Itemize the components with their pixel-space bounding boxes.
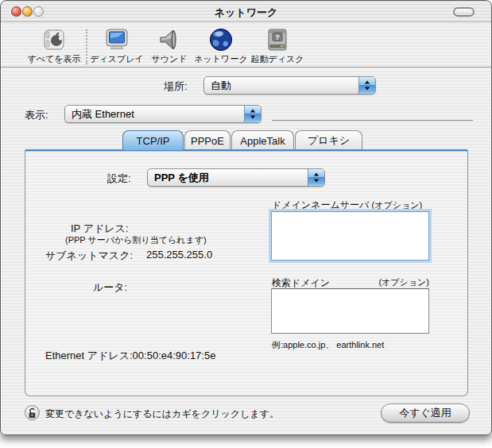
- sound-speaker-icon: [157, 27, 182, 52]
- display-icon: [104, 27, 130, 52]
- subnet-mask-label: サブネットマスク:: [45, 249, 133, 263]
- show-label: 表示:: [25, 108, 48, 122]
- dns-optional-label: (オプション): [372, 200, 423, 210]
- popup-arrows-icon: [308, 169, 324, 186]
- ethernet-address-row: Ethernet アドレス:00:50:e4:90:17:5e: [45, 349, 215, 363]
- show-popup[interactable]: 内蔵 Ethernet: [64, 105, 261, 123]
- tab-tcpip-label: TCP/IP: [137, 135, 170, 147]
- show-popup-value: 内蔵 Ethernet: [65, 106, 244, 122]
- tab-appletalk-label: AppleTalk: [240, 135, 285, 147]
- subnet-mask-value: 255.255.255.0: [146, 249, 212, 261]
- lock-button[interactable]: [25, 405, 40, 420]
- popup-arrows-icon: [244, 106, 261, 122]
- apply-now-button[interactable]: 今すぐ適用: [381, 404, 470, 423]
- dns-servers-field[interactable]: [271, 211, 429, 261]
- toolbar-item-startup-disk[interactable]: ? 起動ディスク: [244, 27, 311, 65]
- ethernet-address-value: 00:50:e4:90:17:5e: [133, 350, 216, 361]
- router-label: ルータ:: [93, 280, 127, 295]
- dns-label-row: ドメインネームサーバ (オプション): [272, 199, 422, 212]
- location-popup-value: 自動: [204, 77, 358, 94]
- network-globe-icon: [208, 27, 234, 52]
- tab-appletalk[interactable]: AppleTalk: [231, 130, 294, 150]
- apply-now-label: 今すぐ適用: [399, 406, 451, 420]
- tab-pppoe[interactable]: PPPoE: [184, 130, 231, 150]
- tab-proxies-label: プロキシ: [308, 133, 350, 148]
- lock-hint-text: 変更できないようにするにはカギをクリックします。: [45, 407, 279, 421]
- location-popup[interactable]: 自動: [203, 76, 376, 95]
- dns-label: ドメインネームサーバ: [272, 199, 369, 210]
- popup-arrows-icon: [358, 77, 375, 94]
- configure-popup[interactable]: PPP を使用: [147, 168, 325, 187]
- toolbar-item-show-all[interactable]: すべてを表示: [21, 27, 87, 65]
- startup-disk-icon: ?: [265, 27, 290, 52]
- configure-label: 設定:: [107, 172, 131, 186]
- tab-tcpip[interactable]: TCP/IP: [122, 130, 184, 150]
- show-separator-line: [272, 120, 473, 121]
- screen: ネットワーク すべてを表示: [0, 0, 492, 448]
- network-preferences-window: ネットワーク すべてを表示: [0, 0, 492, 435]
- location-label: 場所:: [164, 79, 188, 94]
- ip-address-note: (PPP サーバから割り当てられます): [65, 234, 207, 246]
- search-optional-label: (オプション): [378, 276, 429, 288]
- tab-proxies[interactable]: プロキシ: [295, 130, 362, 150]
- preferences-toolbar: すべてを表示 ディスプレイ: [1, 23, 491, 68]
- toolbar-label-startup-disk: 起動ディスク: [244, 53, 311, 65]
- toolbar-label-show-all: すべてを表示: [21, 53, 87, 65]
- window-title: ネットワーク: [1, 6, 491, 20]
- open-padlock-icon: [27, 407, 37, 419]
- tab-pppoe-label: PPPoE: [191, 135, 224, 147]
- title-bar[interactable]: ネットワーク: [1, 1, 491, 22]
- search-domains-label: 検索ドメイン: [272, 277, 330, 288]
- configure-popup-value: PPP を使用: [148, 169, 308, 186]
- tcpip-pane: 設定: PPP を使用 ドメインネームサーバ (オプション) IP アドレス: …: [25, 149, 468, 396]
- search-domains-field[interactable]: [271, 288, 429, 334]
- show-all-apple-icon: [41, 27, 67, 52]
- svg-text:?: ?: [275, 33, 280, 41]
- search-example-text: 例:apple.co.jp、 earthlink.net: [272, 339, 384, 351]
- toolbar-pill-button[interactable]: [453, 7, 475, 17]
- ethernet-address-label: Ethernet アドレス:: [45, 350, 133, 361]
